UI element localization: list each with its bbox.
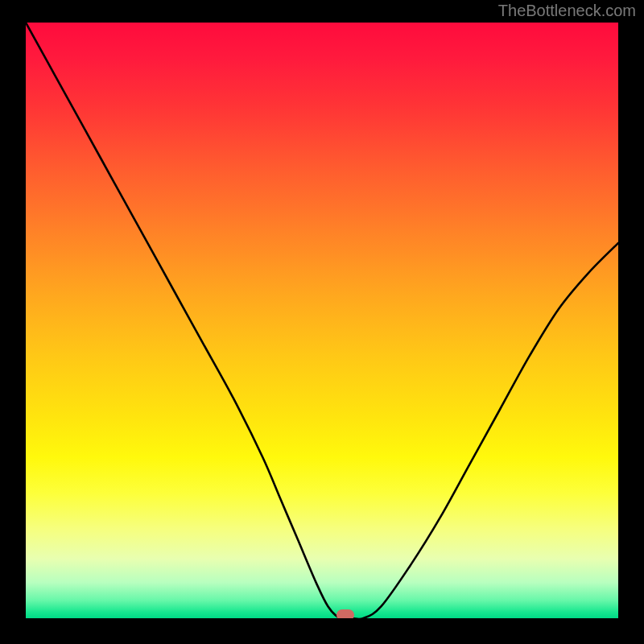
bottleneck-curve	[26, 23, 618, 618]
optimal-marker	[336, 609, 354, 618]
watermark-text: TheBottleneck.com	[498, 2, 636, 20]
plot-area	[26, 23, 618, 618]
chart-frame: TheBottleneck.com	[0, 0, 644, 644]
